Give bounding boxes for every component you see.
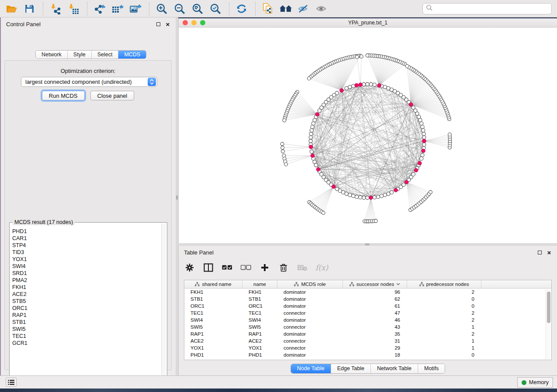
tab-mcds[interactable]: MCDS — [118, 51, 146, 58]
graph-node-selected[interactable] — [369, 196, 373, 199]
graph-node[interactable] — [281, 150, 285, 153]
network-canvas[interactable] — [179, 28, 557, 243]
float-panel-icon[interactable] — [155, 21, 162, 28]
graph-node[interactable] — [345, 86, 348, 90]
tab-node-table[interactable]: Node Table — [291, 364, 331, 373]
show-all-icon[interactable] — [315, 2, 329, 16]
mcds-result-item[interactable]: SWI5 — [10, 326, 161, 333]
graph-node[interactable] — [373, 83, 376, 86]
graph-node[interactable] — [355, 195, 359, 199]
mcds-result-item[interactable]: STP4 — [10, 242, 161, 249]
import-table-icon[interactable] — [66, 2, 80, 16]
table-row[interactable]: ACE2ACE2connector311 — [184, 337, 551, 344]
mcds-result-item[interactable]: CAR1 — [10, 235, 161, 242]
table-scrollbar[interactable] — [546, 289, 551, 359]
graph-node[interactable] — [360, 55, 363, 58]
graph-node[interactable] — [421, 125, 424, 129]
graph-node[interactable] — [352, 194, 355, 198]
tab-style[interactable]: Style — [67, 51, 91, 58]
mcds-result-item[interactable]: PMA2 — [10, 277, 161, 284]
delete-column-icon[interactable] — [278, 262, 289, 273]
tab-motifs[interactable]: Motifs — [418, 364, 445, 373]
zoom-in-icon[interactable] — [155, 2, 169, 16]
graph-node[interactable] — [280, 142, 284, 146]
graph-node-selected[interactable] — [309, 145, 313, 149]
open-session-icon[interactable] — [4, 2, 18, 16]
table-row[interactable]: ORC1ORC1dominator610 — [184, 303, 551, 309]
column-header-shared-name[interactable]: shared name — [184, 280, 242, 288]
graph-node[interactable] — [318, 109, 321, 112]
graph-node[interactable] — [412, 106, 415, 109]
graph-node[interactable] — [322, 211, 325, 215]
mcds-result-item[interactable]: TID3 — [10, 249, 161, 256]
close-panel-icon[interactable]: × — [164, 21, 171, 28]
table-row[interactable]: SWI5SWI5connector431 — [184, 323, 551, 330]
graph-node-selected[interactable] — [332, 185, 336, 189]
graph-node[interactable] — [310, 150, 313, 153]
graph-node-selected[interactable] — [359, 83, 363, 87]
close-panel-icon[interactable]: × — [546, 249, 553, 256]
refresh-layout-icon[interactable] — [235, 2, 249, 16]
mcds-result-item[interactable]: RAP1 — [10, 312, 161, 319]
graph-node[interactable] — [283, 119, 286, 122]
save-session-icon[interactable] — [22, 2, 36, 16]
graph-node-selected[interactable] — [418, 161, 422, 165]
column-header-mcds-role[interactable]: MCDS role — [277, 280, 343, 288]
graph-node-selected[interactable] — [409, 103, 413, 107]
graph-node[interactable] — [352, 84, 355, 88]
graph-node[interactable] — [420, 122, 423, 125]
criterion-dropdown[interactable]: largest connected component (undirected) — [21, 77, 157, 87]
graph-node[interactable] — [429, 190, 432, 194]
graph-node[interactable] — [369, 83, 373, 86]
graph-node-selected[interactable] — [316, 168, 320, 172]
graph-node-selected[interactable] — [394, 188, 398, 192]
mcds-result-item[interactable]: FKH1 — [10, 284, 161, 291]
first-neighbors-icon[interactable] — [279, 2, 293, 16]
table-row[interactable]: STB1STB1dominator620 — [184, 296, 551, 303]
graph-node[interactable] — [390, 191, 393, 194]
graph-node-selected[interactable] — [405, 180, 408, 184]
tab-network-table[interactable]: Network Table — [370, 364, 418, 373]
graph-node[interactable] — [348, 193, 352, 197]
tab-select[interactable]: Select — [91, 51, 118, 58]
graph-node[interactable] — [402, 183, 405, 186]
mcds-result-item[interactable]: STB5 — [10, 298, 161, 305]
hide-selected-icon[interactable] — [297, 2, 311, 16]
graph-node[interactable] — [307, 77, 311, 80]
graph-node[interactable] — [362, 83, 366, 86]
graph-node[interactable] — [366, 83, 369, 86]
graph-node-selected[interactable] — [340, 89, 344, 93]
graph-node-selected[interactable] — [355, 83, 359, 87]
graph-node[interactable] — [314, 163, 318, 167]
table-row[interactable]: FKH1FKH1dominator962 — [184, 289, 551, 296]
zoom-selected-icon[interactable] — [208, 2, 222, 16]
table-row[interactable]: TEC1TEC1connector472 — [184, 309, 551, 316]
graph-node-selected[interactable] — [315, 113, 319, 117]
zoom-fit-icon[interactable] — [190, 2, 204, 16]
close-window-icon[interactable] — [183, 20, 188, 25]
tab-network[interactable]: Network — [36, 51, 67, 58]
graph-node[interactable] — [366, 196, 369, 199]
graph-node[interactable] — [373, 196, 376, 199]
task-history-button[interactable] — [6, 378, 17, 387]
memory-button[interactable]: Memory — [517, 377, 553, 388]
graph-node[interactable] — [309, 139, 312, 143]
graph-node[interactable] — [422, 129, 425, 132]
mcds-list-scrollbar[interactable] — [161, 224, 166, 382]
graph-node[interactable] — [284, 163, 288, 166]
close-panel-button[interactable]: Close panel — [90, 91, 135, 100]
graph-node[interactable] — [405, 65, 409, 68]
mcds-result-item[interactable]: YOX1 — [10, 256, 161, 263]
graph-node[interactable] — [374, 219, 377, 223]
column-header-name[interactable]: name — [242, 280, 277, 288]
search-field[interactable] — [422, 3, 552, 14]
graph-node[interactable] — [380, 194, 383, 198]
mcds-result-item[interactable]: GCR1 — [10, 340, 161, 347]
graph-node[interactable] — [310, 129, 313, 132]
new-network-from-selection-icon[interactable] — [261, 2, 275, 16]
graph-node-selected[interactable] — [422, 149, 426, 153]
table-row[interactable]: YOX1YOX1connector291 — [184, 344, 551, 351]
graph-node[interactable] — [383, 85, 387, 89]
graph-node[interactable] — [422, 143, 426, 146]
graph-node[interactable] — [309, 136, 312, 139]
